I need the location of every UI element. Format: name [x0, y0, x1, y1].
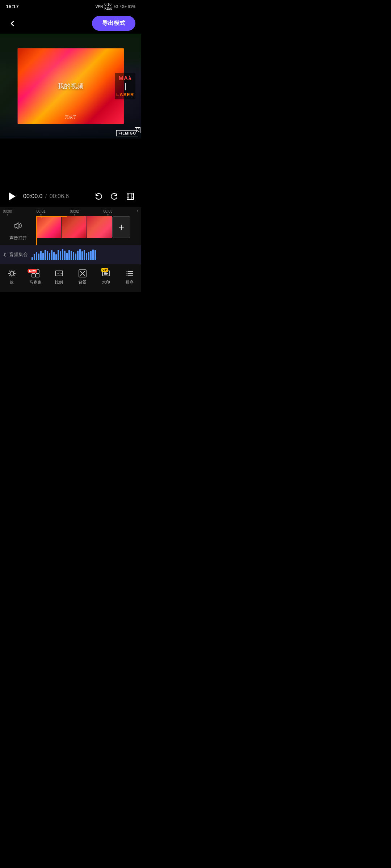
ruler-dot-3	[107, 214, 109, 216]
audio-track-label: 音频集合	[9, 251, 28, 258]
playhead-ext	[41, 216, 42, 218]
add-clip-button[interactable]: +	[112, 216, 130, 238]
ruler-time-3: 00:03	[104, 209, 113, 213]
top-bar: 导出模式	[0, 13, 141, 34]
panel-divider	[125, 83, 126, 90]
undo-button[interactable]	[93, 191, 104, 201]
audio-bar	[36, 252, 37, 260]
nav-label-sort: 排序	[126, 280, 134, 285]
audio-bar	[51, 250, 52, 260]
svg-line-10	[13, 271, 14, 272]
timeline-right-panel: +	[36, 216, 141, 245]
video-title-overlay: 我的视频	[58, 82, 84, 90]
video-preview: 我的视频 完成了 MAλ LASER FILMIGO	[0, 34, 141, 139]
nav-label-watermark: 水印	[102, 280, 110, 285]
ruler-dot-4	[137, 210, 138, 212]
current-time: 00:00.0	[23, 193, 42, 199]
audio-bar	[31, 257, 33, 260]
time-separator: /	[45, 193, 47, 199]
audio-bar	[47, 251, 48, 260]
back-button[interactable]	[6, 17, 19, 30]
vip-badge: VIP	[101, 268, 108, 272]
svg-point-3	[10, 272, 14, 275]
control-icons	[93, 191, 135, 201]
watermark-icon-wrapper: VIP	[101, 269, 111, 278]
ratio-icon	[54, 269, 64, 278]
video-container: 我的视频 完成了 MAλ LASER FILMIGO	[0, 34, 141, 139]
nav-item-watermark[interactable]: VIP 水印	[94, 267, 118, 285]
network-info: 0.10KB/s	[104, 3, 112, 10]
status-right-icons: VPN 0.10KB/s 5G 4G+ 91%	[96, 3, 135, 10]
export-button[interactable]: 导出模式	[92, 16, 135, 31]
nav-label-ratio: 比例	[55, 280, 63, 285]
audio-bar	[88, 252, 89, 260]
svg-line-9	[13, 275, 14, 276]
audio-bar	[86, 253, 87, 260]
audio-bar	[73, 252, 74, 260]
audio-bars	[31, 249, 96, 260]
ruler-dot-0	[7, 214, 8, 216]
audio-bar	[38, 254, 39, 260]
ruler-dot-2	[74, 214, 75, 216]
timeline-ruler: 00:00 00:01 00:02 00:03	[0, 207, 141, 216]
nav-item-sort[interactable]: 排序	[118, 267, 141, 285]
svg-rect-14	[32, 274, 35, 277]
audio-bar	[79, 249, 81, 260]
audio-bar	[49, 253, 50, 260]
nav-label-effects: 效	[10, 280, 14, 285]
audio-bar	[60, 251, 61, 260]
total-time: 00:06.6	[50, 193, 69, 199]
mosaic-icon-wrapper: New	[31, 269, 40, 278]
redo-button[interactable]	[109, 191, 119, 201]
nav-item-mosaic[interactable]: New 马赛克	[24, 267, 47, 285]
audio-bar	[75, 254, 76, 260]
audio-bar	[84, 250, 85, 260]
audio-bar	[90, 251, 92, 260]
playback-controls: 00:00.0 / 00:06.6	[0, 186, 141, 207]
timeline-body: 声音打开 +	[0, 216, 141, 245]
ruler-time-0: 00:00	[3, 209, 12, 213]
ruler-mark-3: 00:03	[104, 209, 113, 216]
playhead-container	[36, 216, 46, 218]
svg-line-11	[9, 275, 10, 276]
audio-bar	[42, 253, 44, 260]
video-strip[interactable]: +	[36, 216, 141, 238]
audio-bar	[53, 252, 55, 260]
signal-4g: 4G+	[120, 5, 127, 9]
timeline-area: 00:00 00:01 00:02 00:03	[0, 207, 141, 264]
bottom-nav: 效 New 马赛克 比例	[0, 264, 141, 292]
audio-bar	[40, 251, 42, 260]
audio-bar	[45, 250, 46, 260]
audio-volume-icon	[13, 221, 23, 233]
expand-icon	[135, 127, 140, 133]
status-bar: 16:17 VPN 0.10KB/s 5G 4G+ 91%	[0, 0, 141, 13]
ruler-mark-1: 00:01	[37, 209, 46, 216]
audio-bar	[71, 251, 72, 260]
ruler-mark-4	[137, 209, 138, 216]
nav-item-background[interactable]: 背景	[71, 267, 94, 285]
audio-bar	[64, 251, 66, 260]
audio-bar	[62, 249, 63, 260]
new-badge: New	[28, 269, 37, 273]
audio-bar	[55, 254, 57, 260]
timeline-left-panel: 声音打开	[0, 216, 36, 245]
time-display: 00:00.0 / 00:06.6	[23, 193, 89, 200]
signal-5g: 5G	[113, 5, 118, 9]
effects-icon	[7, 269, 17, 278]
svg-line-8	[9, 271, 10, 272]
audio-bar	[92, 250, 94, 260]
background-icon	[78, 269, 87, 278]
nav-item-effects[interactable]: 效	[0, 267, 24, 285]
nav-label-mosaic: 马赛克	[29, 280, 41, 285]
svg-rect-15	[36, 274, 39, 277]
play-button[interactable]	[6, 190, 19, 203]
status-time: 16:17	[6, 4, 19, 9]
video-brand: FILMIGO	[116, 130, 138, 136]
audio-track: ♫ 音频集合	[0, 245, 141, 264]
sort-icon	[125, 269, 134, 278]
nav-label-background: 背景	[79, 280, 87, 285]
ruler-dot-1	[40, 214, 42, 216]
audio-bar	[77, 251, 79, 260]
nav-item-ratio[interactable]: 比例	[47, 267, 71, 285]
fullscreen-button[interactable]	[125, 191, 135, 201]
